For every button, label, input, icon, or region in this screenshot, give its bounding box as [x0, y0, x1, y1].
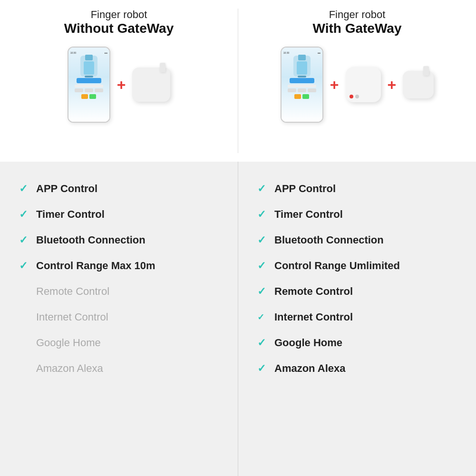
feature-item-internet-control: ✓Internet Control: [257, 304, 462, 330]
check-icon-bluetooth: ✓: [257, 234, 272, 246]
top-section: Finger robot Without GateWay 10:30●●: [0, 0, 476, 162]
feature-label-control-range: Control Range Max 10m: [36, 260, 155, 272]
left-plus: +: [117, 76, 126, 94]
feature-label-timer-control: Timer Control: [274, 208, 343, 221]
left-title-line2: Without GateWay: [64, 21, 174, 36]
feature-label-remote-control: Remote Control: [274, 285, 353, 298]
feature-item-bluetooth: ✓Bluetooth Connection: [19, 227, 223, 253]
left-top-column: Finger robot Without GateWay 10:30●●: [0, 9, 238, 153]
feature-item-amazon-alexa: ✓Amazon Alexa: [257, 356, 462, 381]
feature-item-timer-control: ✓Timer Control: [257, 202, 462, 227]
feature-item-google-home: ✓Google Home: [257, 330, 462, 356]
check-icon-timer-control: ✓: [19, 208, 34, 221]
right-finger-robot: [403, 71, 434, 98]
left-product-image: 10:30●●: [68, 47, 171, 123]
right-top-column: Finger robot With GateWay 10:30●●: [238, 9, 476, 153]
check-icon-control-range: ✓: [19, 260, 34, 272]
feature-item-internet-control: Internet Control: [19, 304, 223, 330]
gateway-grey-dot: [355, 95, 359, 98]
right-features-column: ✓APP Control✓Timer Control✓Bluetooth Con…: [238, 162, 476, 476]
left-phone: 10:30●●: [68, 47, 110, 123]
right-title: Finger robot With GateWay: [313, 9, 402, 36]
check-icon-remote-control: ✓: [257, 285, 272, 298]
check-icon-bluetooth: ✓: [19, 234, 34, 246]
feature-item-remote-control: ✓Remote Control: [257, 279, 462, 304]
left-title-line1: Finger robot: [64, 9, 174, 21]
check-icon-app-control: ✓: [257, 183, 272, 195]
feature-item-bluetooth: ✓Bluetooth Connection: [257, 227, 462, 253]
right-gateway: [346, 67, 381, 102]
check-icon-amazon-alexa: ✓: [257, 362, 272, 375]
feature-item-timer-control: ✓Timer Control: [19, 202, 223, 227]
feature-label-google-home: Google Home: [274, 337, 342, 349]
feature-item-control-range: ✓Control Range Max 10m: [19, 253, 223, 279]
feature-label-app-control: APP Control: [36, 183, 97, 195]
right-phone: 10:30●●: [281, 47, 323, 123]
right-product-image: 10:30●●: [281, 47, 434, 123]
bottom-section: ✓APP Control✓Timer Control✓Bluetooth Con…: [0, 162, 476, 476]
feature-label-timer-control: Timer Control: [36, 208, 105, 221]
right-plus1: +: [330, 76, 339, 94]
feature-label-amazon-alexa: Amazon Alexa: [274, 362, 346, 375]
check-icon-google-home: ✓: [257, 337, 272, 349]
check-icon-timer-control: ✓: [257, 208, 272, 221]
feature-item-app-control: ✓APP Control: [257, 176, 462, 202]
left-title: Finger robot Without GateWay: [64, 9, 174, 36]
feature-label-app-control: APP Control: [274, 183, 336, 195]
main-container: Finger robot Without GateWay 10:30●●: [0, 0, 476, 476]
right-title-line2: With GateWay: [313, 21, 402, 36]
right-title-line1: Finger robot: [313, 9, 402, 21]
feature-label-bluetooth: Bluetooth Connection: [36, 234, 146, 246]
gateway-red-dot: [350, 95, 353, 98]
left-finger-robot: [132, 68, 170, 102]
feature-label-control-range: Control Range Umlimited: [274, 260, 400, 272]
feature-label-remote-control: Remote Control: [36, 285, 109, 298]
feature-label-bluetooth: Bluetooth Connection: [274, 234, 384, 246]
feature-item-control-range: ✓Control Range Umlimited: [257, 253, 462, 279]
check-icon-internet-control: ✓: [257, 312, 272, 322]
left-features-column: ✓APP Control✓Timer Control✓Bluetooth Con…: [0, 162, 238, 476]
feature-label-amazon-alexa: Amazon Alexa: [36, 362, 103, 375]
right-plus2: +: [388, 76, 397, 94]
feature-label-internet-control: Internet Control: [274, 311, 353, 323]
feature-item-amazon-alexa: Amazon Alexa: [19, 356, 223, 381]
check-icon-control-range: ✓: [257, 260, 272, 272]
feature-label-internet-control: Internet Control: [36, 311, 108, 323]
feature-label-google-home: Google Home: [36, 337, 101, 349]
feature-item-remote-control: Remote Control: [19, 279, 223, 304]
feature-item-google-home: Google Home: [19, 330, 223, 356]
feature-item-app-control: ✓APP Control: [19, 176, 223, 202]
check-icon-app-control: ✓: [19, 183, 34, 195]
